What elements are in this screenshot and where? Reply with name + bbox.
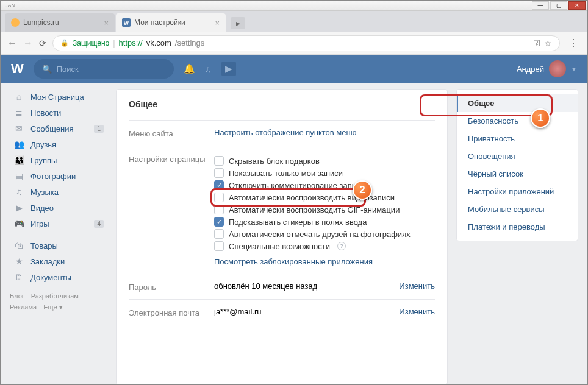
help-icon[interactable]: ? [337,242,346,250]
music-icon[interactable]: ♫ [205,64,212,74]
checkbox-label: Автоматически воспроизводить GIF-анимаци… [229,205,400,214]
section-page-settings: Настройки страницы Скрывать блок подарко… [129,146,435,274]
checkbox-row[interactable]: ✓Отключить комментирование записей [214,180,435,190]
bookmark-icon[interactable]: ☆ [544,38,552,48]
checkbox-label: Отключить комментирование записей [229,181,369,190]
checkbox[interactable] [214,156,224,166]
nav-label: Музыка [30,188,59,197]
configure-menu-link[interactable]: Настроить отображение пунктов меню [214,128,356,137]
checkbox-row[interactable]: ✓Подсказывать стикеры в полях ввода [214,217,435,227]
nav-icon: ★ [13,256,24,266]
checkbox[interactable] [214,241,224,251]
close-tab-icon[interactable]: × [215,18,220,27]
checkbox[interactable] [214,168,224,178]
tab-title: Lumpics.ru [23,18,59,27]
footer-links: Блог Разработчикам Реклама Ещё ▾ [10,291,107,313]
sidebar-item[interactable]: ≣Новости [10,105,107,121]
user-menu[interactable]: Андрей ▼ [517,60,577,77]
footer-link[interactable]: Ещё ▾ [43,303,63,311]
email-value: ja***@mail.ru [214,307,262,316]
callout-badge-1: 1 [531,108,550,128]
nav-icon: 🗎 [13,272,24,282]
maximize-button[interactable]: ▢ [550,1,567,10]
browser-tab-lumpics[interactable]: Lumpics.ru × [5,13,115,32]
sidebar-item[interactable]: 🗎Документы [10,269,107,285]
sidebar-item[interactable]: ♫Музыка [10,184,107,200]
nav-icon: ⌂ [13,92,24,102]
sidebar-item[interactable]: ▶Видео [10,200,107,216]
footer-link[interactable]: Блог [10,292,24,300]
checkbox-label: Скрывать блок подарков [229,157,320,166]
key-icon[interactable]: ⚿ [533,39,540,48]
nav-icon: ♫ [13,187,24,197]
sidebar-item[interactable]: 👪Группы [10,152,107,168]
settings-tab[interactable]: Мобильные сервисы [457,200,578,218]
footer-link[interactable]: Разработчикам [31,292,79,300]
sidebar-item[interactable]: ▤Фотографии [10,168,107,184]
nav-icon: ▤ [13,171,24,181]
content-area: ⌂Моя Страница≣Новости✉Сообщения1👥Друзья👪… [0,83,588,385]
sidebar-item[interactable]: ⌂Моя Страница [10,89,107,105]
notifications-icon[interactable]: 🔔 [184,63,195,74]
checkbox-row[interactable]: Автоматически отмечать друзей на фотогра… [214,229,435,239]
minimize-button[interactable]: — [532,1,549,10]
forward-button[interactable]: → [23,38,33,49]
search-placeholder: Поиск [57,65,79,74]
sidebar-item[interactable]: 🛍Товары [10,238,107,253]
nav-label: Видео [30,203,54,213]
settings-tab[interactable]: Общее [457,94,578,112]
checkbox[interactable]: ✓ [214,180,224,190]
nav-icon: 👥 [13,140,24,149]
close-tab-icon[interactable]: × [104,18,109,27]
reload-button[interactable]: ⟳ [39,38,46,48]
checkbox[interactable] [214,205,224,214]
settings-tab[interactable]: Платежи и переводы [457,218,578,236]
settings-tab[interactable]: Настройки приложений [457,183,578,200]
nav-badge: 4 [94,220,104,228]
checkbox[interactable] [214,192,224,202]
blocked-apps-link[interactable]: Посмотреть заблокированные приложения [214,257,373,266]
nav-label: Игры [30,219,49,228]
change-password-link[interactable]: Изменить [399,281,435,291]
sidebar-item[interactable]: ★Закладки [10,253,107,269]
favicon-lumpics [11,18,20,27]
close-button[interactable]: ✕ [568,1,586,10]
checkbox-row[interactable]: Автоматически воспроизводить видеозаписи [214,192,435,202]
sidebar-item[interactable]: 👥Друзья [10,136,107,152]
window-user: JAN [2,2,15,9]
checkbox[interactable] [214,229,224,239]
nav-label: Закладки [30,257,65,266]
browser-tab-settings[interactable]: w Мои настройки × [116,13,226,32]
checkbox-row[interactable]: Автоматически воспроизводить GIF-анимаци… [214,205,435,214]
back-button[interactable]: ← [7,38,17,49]
change-email-link[interactable]: Изменить [399,307,435,316]
section-password: Пароль обновлён 10 месяцев назад Изменит… [129,274,435,299]
sidebar-item[interactable]: ✉Сообщения1 [10,121,107,136]
settings-tab[interactable]: Безопасность [457,112,578,130]
sidebar-item[interactable]: 🎮Игры4 [10,216,107,231]
new-tab-button[interactable]: ▸ [231,17,245,29]
checkbox-row[interactable]: Специальные возможности? [214,241,435,251]
play-icon[interactable]: ▶ [221,62,236,76]
nav-icon: ≣ [13,108,24,118]
nav-label: Товары [30,241,58,250]
settings-tab[interactable]: Оповещения [457,147,578,165]
callout-badge-2: 2 [353,180,372,200]
browser-menu-button[interactable]: ⋮ [566,37,581,49]
password-value: обновлён 10 месяцев назад [214,281,317,291]
checkbox[interactable]: ✓ [214,217,224,227]
nav-icon: ✉ [13,124,24,133]
footer-link[interactable]: Реклама [10,303,37,311]
nav-icon: 👪 [13,155,24,165]
url-scheme: https:// [119,38,143,48]
nav-label: Группы [30,156,57,165]
settings-tab[interactable]: Приватность [457,130,578,147]
settings-tab[interactable]: Чёрный список [457,165,578,183]
address-bar[interactable]: 🔒 Защищено | https://vk.com/settings ⚿ ☆ [52,35,560,51]
tab-title: Мои настройки [134,18,185,27]
search-input[interactable]: 🔍 Поиск [34,59,174,79]
nav-badge: 1 [94,125,104,133]
checkbox-row[interactable]: Показывать только мои записи [214,168,435,178]
vk-logo[interactable]: W [11,61,24,77]
checkbox-row[interactable]: Скрывать блок подарков [214,156,435,166]
